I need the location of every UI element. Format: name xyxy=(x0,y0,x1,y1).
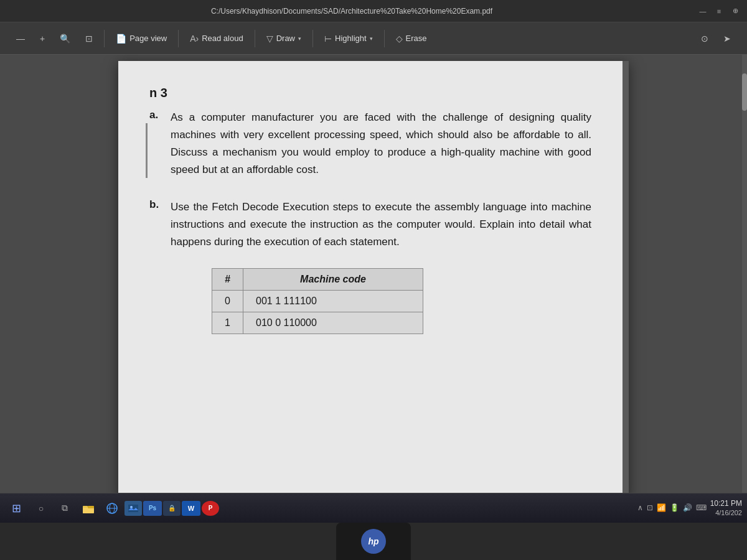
question-b-text: Use the Fetch Decode Execution steps to … xyxy=(171,198,591,251)
divider-3 xyxy=(255,30,255,47)
arrow-right-icon: ➤ xyxy=(723,34,731,44)
table-row: 0 001 1 111100 xyxy=(212,291,423,312)
draw-dropdown-icon: ▾ xyxy=(298,35,301,42)
taskbar-clock[interactable]: 10:21 PM 4/16/202 xyxy=(710,499,742,518)
pdf-scrollbar-thumb[interactable] xyxy=(742,73,747,111)
highlight-label: Highlight xyxy=(335,34,367,43)
pdf-side-bar xyxy=(622,61,629,497)
read-aloud-label: Read aloud xyxy=(202,34,243,43)
divider-5 xyxy=(384,30,385,47)
pdf-page: n 3 a. As a computer manufacturer you ar… xyxy=(118,61,629,497)
page-view-button[interactable]: 📄 Page view xyxy=(110,30,173,47)
taskbar-chevron-up[interactable]: ∧ xyxy=(637,503,643,512)
question-a: a. As a computer manufacturer you are fa… xyxy=(149,109,591,179)
erase-icon: ◇ xyxy=(396,34,403,44)
svg-rect-1 xyxy=(83,508,94,513)
taskbar-browser[interactable] xyxy=(101,497,123,520)
settings-icon[interactable]: ≡ xyxy=(713,6,725,17)
table-col-hash: # xyxy=(212,269,243,291)
pdf-scrollbar[interactable] xyxy=(742,55,747,493)
side-accent-line xyxy=(146,123,148,178)
draw-icon: ▽ xyxy=(266,34,273,44)
table-cell-row1-code: 010 0 110000 xyxy=(243,312,423,334)
machine-code-table: # Machine code 0 001 1 111100 1 010 0 11… xyxy=(212,268,423,334)
taskbar-lock[interactable]: 🔒 xyxy=(163,501,181,516)
taskbar-pdf-app[interactable]: P xyxy=(202,501,219,516)
taskbar-clipboard[interactable]: ⊡ xyxy=(647,503,653,512)
taskbar-battery[interactable]: 🔋 xyxy=(670,503,679,512)
taskbar-right: ∧ ⊡ 📶 🔋 🔊 ⌨ 10:21 PM 4/16/202 xyxy=(637,499,742,518)
toolbar: — + 🔍 ⊡ 📄 Page view A› Read aloud xyxy=(0,22,747,55)
pdf-area: n 3 a. As a computer manufacturer you ar… xyxy=(0,55,747,523)
erase-button[interactable]: ◇ Erase xyxy=(390,30,433,47)
screen: C:/Users/Khaydhison/Documents/SAD/Archit… xyxy=(0,0,747,523)
taskbar-volume[interactable]: 🔊 xyxy=(683,503,692,512)
question-b-label: b. xyxy=(149,198,164,251)
divider-4 xyxy=(312,30,313,47)
forward-button[interactable]: + xyxy=(34,30,51,47)
taskbar-photoshop[interactable]: Ps xyxy=(143,501,162,516)
table-col-machine-code: Machine code xyxy=(243,269,423,291)
zoom-button[interactable]: 🔍 xyxy=(54,30,77,47)
share-button[interactable]: ⊙ xyxy=(695,30,715,47)
question-a-label: a. xyxy=(149,109,164,179)
forward-icon: + xyxy=(40,34,45,44)
table-cell-row0-code: 001 1 111100 xyxy=(243,291,423,312)
start-button[interactable]: ⊞ xyxy=(5,497,27,520)
back-button[interactable]: — xyxy=(10,30,31,47)
table-header-row: # Machine code xyxy=(212,269,423,291)
table-cell-row1-num: 1 xyxy=(212,312,243,334)
taskbar-img[interactable] xyxy=(125,501,142,516)
draw-button[interactable]: ▽ Draw ▾ xyxy=(260,30,308,47)
svg-rect-2 xyxy=(88,506,94,508)
window-controls: — ≡ ⊕ xyxy=(697,6,741,17)
zoom-icon: 🔍 xyxy=(60,34,70,44)
svg-rect-6 xyxy=(128,505,138,512)
divider-1 xyxy=(104,30,105,47)
arrow-button[interactable]: ➤ xyxy=(717,30,737,47)
question-b: b. Use the Fetch Decode Execution steps … xyxy=(149,198,591,251)
laptop-bezel: C:/Users/Khaydhison/Documents/SAD/Archit… xyxy=(0,0,747,560)
title-bar: C:/Users/Khaydhison/Documents/SAD/Archit… xyxy=(0,0,747,22)
taskbar-keyboard[interactable]: ⌨ xyxy=(696,503,707,512)
taskbar-time-display: 10:21 PM xyxy=(710,499,742,509)
draw-label: Draw xyxy=(276,34,295,43)
taskbar-wifi[interactable]: 📶 xyxy=(657,503,666,512)
taskbar-task-view[interactable]: ⧉ xyxy=(54,497,76,520)
page-view-label: Page view xyxy=(129,34,167,43)
table-row: 1 010 0 110000 xyxy=(212,312,423,334)
divider-2 xyxy=(178,30,179,47)
hp-label: hp xyxy=(368,536,378,546)
erase-label: Erase xyxy=(406,34,427,43)
file-path: C:/Users/Khaydhison/Documents/SAD/Archit… xyxy=(6,7,697,16)
read-aloud-icon: A› xyxy=(190,34,199,44)
back-icon: — xyxy=(16,34,25,44)
minimize-icon[interactable]: — xyxy=(697,6,708,17)
taskbar-file-explorer[interactable] xyxy=(77,497,100,520)
close-icon[interactable]: ⊕ xyxy=(730,6,741,17)
highlight-dropdown-icon: ▾ xyxy=(370,35,373,42)
taskbar-word[interactable]: W xyxy=(182,501,200,516)
taskbar-apps: ○ ⧉ Ps 🔒 W P xyxy=(30,497,635,520)
table-cell-row0-num: 0 xyxy=(212,291,243,312)
section-label: n 3 xyxy=(149,86,591,100)
hp-logo: hp xyxy=(361,529,386,554)
share-icon: ⊙ xyxy=(701,34,708,44)
taskbar: ⊞ ○ ⧉ Ps 🔒 W P ∧ ⊡ xyxy=(0,493,747,523)
page-view-icon: 📄 xyxy=(116,34,126,44)
hp-logo-area: hp xyxy=(336,523,411,560)
taskbar-date-display: 4/16/202 xyxy=(710,508,742,517)
taskbar-search[interactable]: ○ xyxy=(30,497,52,520)
read-aloud-button[interactable]: A› Read aloud xyxy=(184,30,250,47)
question-a-text: As a computer manufacturer you are faced… xyxy=(171,109,591,179)
fit-page-button[interactable]: ⊡ xyxy=(79,30,99,47)
highlight-button[interactable]: ⊢ Highlight ▾ xyxy=(318,30,379,47)
highlight-icon: ⊢ xyxy=(324,34,332,44)
fit-icon: ⊡ xyxy=(85,34,93,44)
